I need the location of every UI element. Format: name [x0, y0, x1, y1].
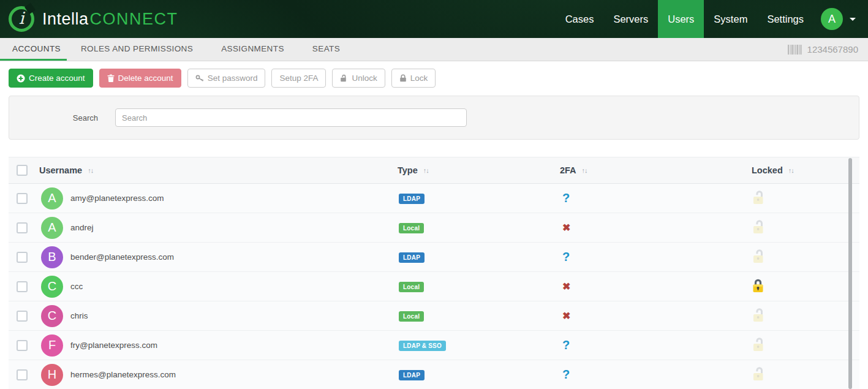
tab-roles-and-permissions[interactable]: ROLES AND PERMISSIONS — [67, 38, 207, 61]
unlocked-icon — [752, 248, 765, 264]
nav-settings[interactable]: Settings — [757, 0, 813, 38]
tab-seats[interactable]: SEATS — [298, 38, 354, 61]
lock-status — [752, 307, 859, 325]
twofa-status: ? — [562, 368, 570, 381]
twofa-status: ✖ — [562, 222, 570, 233]
sort-icon: ↑↓ — [423, 167, 429, 174]
row-username: bender@planetexpress.com — [70, 252, 174, 262]
setup-2fa-button[interactable]: Setup 2FA — [271, 69, 326, 88]
unlock-button[interactable]: Unlock — [332, 69, 385, 88]
column-header-2fa[interactable]: 2FA ↑↓ — [560, 165, 752, 175]
set-password-button[interactable]: Set password — [187, 69, 266, 88]
table-row[interactable]: C chris Local ✖ — [9, 301, 859, 331]
locked-icon — [752, 278, 764, 293]
table-row[interactable]: F fry@planetexpress.com LDAP & SSO ? — [9, 331, 859, 360]
lock-status — [752, 336, 859, 355]
accounts-table: Username ↑↓ Type ↑↓ 2FA ↑↓ Locked ↑↓ A a… — [9, 157, 859, 389]
row-checkbox[interactable] — [17, 193, 28, 204]
unlocked-icon — [752, 219, 765, 235]
barcode-icon — [788, 45, 802, 55]
row-avatar: C — [41, 305, 63, 327]
twofa-status: ? — [562, 191, 570, 205]
user-avatar: A — [821, 8, 843, 30]
row-avatar: H — [41, 364, 63, 386]
row-avatar: F — [41, 334, 63, 357]
table-header: Username ↑↓ Type ↑↓ 2FA ↑↓ Locked ↑↓ — [9, 157, 859, 184]
nav-system[interactable]: System — [704, 0, 757, 38]
tab-accounts[interactable]: ACCOUNTS — [0, 38, 67, 61]
search-input[interactable] — [115, 108, 467, 127]
sort-icon: ↑↓ — [88, 167, 93, 174]
row-avatar: C — [41, 276, 63, 298]
row-checkbox[interactable] — [17, 222, 28, 233]
row-checkbox[interactable] — [17, 369, 28, 380]
table-row[interactable]: H hermes@planetexpress.com LDAP ? — [9, 360, 859, 389]
type-badge: LDAP & SSO — [399, 341, 446, 351]
sort-icon: ↑↓ — [788, 167, 794, 174]
unlocked-icon — [752, 189, 765, 205]
column-header-locked[interactable]: Locked ↑↓ — [752, 165, 859, 175]
sort-icon: ↑↓ — [582, 167, 587, 174]
search-label: Search — [9, 113, 98, 123]
type-badge: LDAP — [399, 370, 425, 380]
lock-status — [752, 366, 859, 384]
create-account-button[interactable]: Create account — [9, 69, 93, 88]
plus-circle-icon — [17, 74, 25, 83]
row-checkbox[interactable] — [17, 340, 28, 351]
lock-status — [752, 189, 859, 208]
intella-logo-icon: i — [9, 6, 34, 32]
main-nav: Cases Servers Users System Settings A — [556, 0, 868, 38]
table-body: A amy@planetexpress.com LDAP ? A andrej — [9, 184, 859, 389]
lock-button[interactable]: Lock — [391, 69, 436, 88]
lock-icon — [399, 74, 407, 82]
type-badge: Local — [399, 311, 424, 322]
row-username: amy@planetexpress.com — [70, 194, 164, 203]
search-panel: Search — [9, 96, 859, 140]
row-avatar: B — [41, 246, 63, 268]
brand-name: IntellaCONNECT — [42, 10, 178, 29]
twofa-status: ✖ — [562, 311, 570, 321]
row-checkbox[interactable] — [17, 311, 28, 322]
table-row[interactable]: B bender@planetexpress.com LDAP ? — [9, 243, 859, 272]
row-checkbox[interactable] — [17, 252, 28, 263]
account-toolbar: Create account Delete account Set passwo… — [9, 69, 868, 88]
row-avatar: A — [41, 217, 63, 239]
row-checkbox[interactable] — [17, 281, 28, 292]
twofa-status: ? — [562, 338, 570, 352]
table-row[interactable]: A amy@planetexpress.com LDAP ? — [9, 184, 859, 213]
user-menu[interactable]: A — [813, 0, 868, 38]
key-icon — [195, 74, 204, 82]
license-number: 1234567890 — [807, 44, 858, 55]
unlock-icon — [340, 74, 348, 82]
type-badge: Local — [399, 223, 424, 233]
unlocked-icon — [752, 307, 765, 323]
app-logo[interactable]: i IntellaCONNECT — [9, 6, 178, 32]
lock-status — [752, 278, 859, 296]
column-header-type[interactable]: Type ↑↓ — [398, 165, 560, 175]
column-header-username[interactable]: Username ↑↓ — [39, 165, 398, 175]
trash-icon — [107, 74, 115, 82]
nav-cases[interactable]: Cases — [556, 0, 604, 38]
app-header: i IntellaCONNECT Cases Servers Users Sys… — [0, 0, 868, 38]
twofa-status: ✖ — [562, 281, 570, 292]
section-tabs: ACCOUNTS ROLES AND PERMISSIONS ASSIGNMEN… — [0, 38, 868, 61]
unlocked-icon — [752, 366, 765, 382]
nav-servers[interactable]: Servers — [603, 0, 658, 38]
chevron-down-icon — [850, 18, 856, 21]
type-badge: LDAP — [399, 194, 425, 204]
row-username: ccc — [70, 282, 83, 291]
delete-account-button[interactable]: Delete account — [99, 69, 181, 88]
vertical-scrollbar[interactable] — [848, 158, 852, 389]
nav-users[interactable]: Users — [658, 0, 704, 38]
row-username: fry@planetexpress.com — [70, 341, 157, 350]
twofa-status: ? — [562, 250, 570, 263]
unlocked-icon — [752, 336, 765, 352]
tab-assignments[interactable]: ASSIGNMENTS — [207, 38, 298, 61]
type-badge: Local — [399, 282, 424, 292]
license-info: 1234567890 — [788, 38, 868, 61]
type-badge: LDAP — [399, 252, 425, 263]
row-avatar: A — [41, 187, 63, 210]
select-all-checkbox[interactable] — [17, 165, 28, 176]
table-row[interactable]: C ccc Local ✖ — [9, 272, 859, 301]
table-row[interactable]: A andrej Local ✖ — [9, 213, 859, 243]
